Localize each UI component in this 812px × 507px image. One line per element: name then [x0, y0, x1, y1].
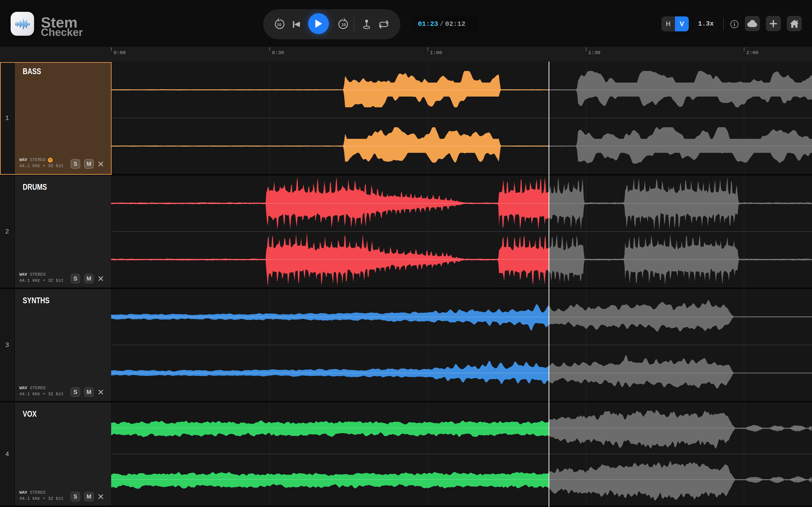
svg-text:10: 10	[277, 23, 281, 27]
svg-text:10: 10	[342, 23, 346, 27]
